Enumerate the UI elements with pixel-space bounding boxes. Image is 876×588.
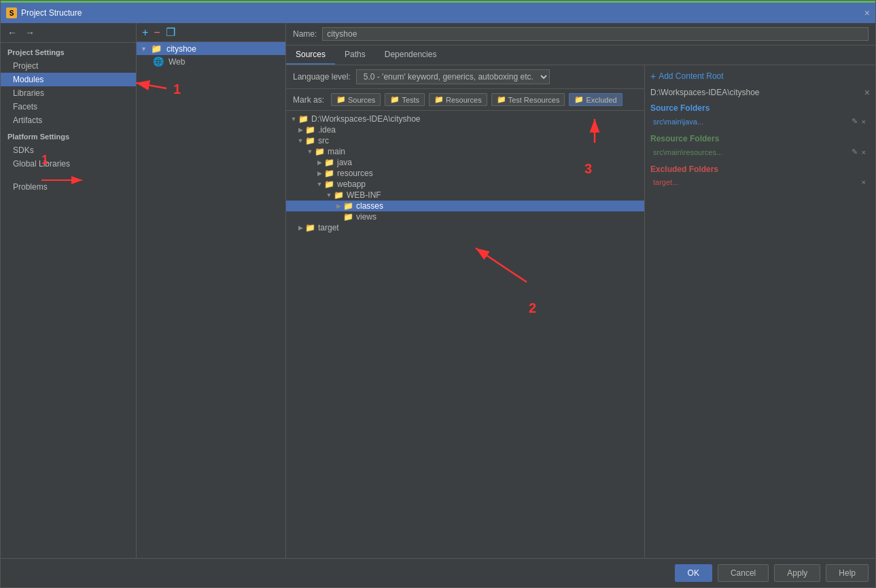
sidebar-item-libraries[interactable]: Libraries xyxy=(1,86,136,100)
resources-folder-icon-tree: 📁 xyxy=(324,169,334,178)
resource-edit-btn[interactable]: ✎ xyxy=(850,148,859,156)
bottom-bar: OK Cancel Apply Help xyxy=(1,558,875,587)
name-input[interactable] xyxy=(322,27,869,41)
name-label: Name: xyxy=(293,29,317,39)
sources-tab-content: Language level: 5.0 - 'enum' keyword, ge… xyxy=(286,65,875,558)
excluded-folder-path-1: target... xyxy=(653,178,678,186)
tree-node-views[interactable]: 📁 views xyxy=(286,211,644,222)
source-folder-entry-1: src\main\java... ✎ × xyxy=(650,116,870,127)
mark-as-bar: Mark as: 📁 Sources 📁 Tests 📁 Resources xyxy=(286,89,644,111)
expand-src: ▼ xyxy=(296,137,305,144)
main-folder-icon: 📁 xyxy=(315,147,325,156)
sidebar: ← → Project Settings Project Modules Lib… xyxy=(1,23,137,558)
add-module-button[interactable]: + xyxy=(141,27,150,39)
platform-settings-heading: Platform Settings xyxy=(1,127,136,143)
resource-remove-btn[interactable]: × xyxy=(860,148,867,156)
src-folder-icon: 📁 xyxy=(305,136,315,145)
mark-as-label: Mark as: xyxy=(293,95,324,105)
language-level-bar: Language level: 5.0 - 'enum' keyword, ge… xyxy=(286,65,644,89)
back-button[interactable]: ← xyxy=(5,26,20,39)
annotation-num-1: 1 xyxy=(41,153,48,167)
content-root-panel: + Add Content Root D:\Workspaces-IDEA\ci… xyxy=(644,65,875,558)
tree-node-classes[interactable]: ▶ 📁 classes xyxy=(286,201,644,211)
tree-node-resources[interactable]: ▶ 📁 resources xyxy=(286,168,644,179)
apply-button[interactable]: Apply xyxy=(774,564,820,582)
excluded-remove-btn[interactable]: × xyxy=(860,178,867,186)
title-bar-left: S Project Structure xyxy=(6,7,82,18)
help-button[interactable]: Help xyxy=(826,564,869,582)
module-item-cityshoe[interactable]: ▼ 📁 cityshoe xyxy=(137,42,285,55)
right-content: Name: Sources Paths Dependencies Languag… xyxy=(286,23,875,558)
resource-folder-entry-1: src\main\resources... ✎ × xyxy=(650,146,870,158)
excluded-folder-icon: 📁 xyxy=(574,95,584,104)
module-item-web[interactable]: 🌐 Web xyxy=(137,55,285,68)
idea-folder-icon: 📁 xyxy=(305,125,315,135)
mark-tests-button[interactable]: 📁 Tests xyxy=(385,93,425,106)
plus-icon: + xyxy=(650,71,656,82)
cancel-button[interactable]: Cancel xyxy=(718,564,769,582)
dialog-title: Project Structure xyxy=(21,8,82,18)
excluded-folder-actions-1: × xyxy=(860,178,867,186)
expand-webapp: ▼ xyxy=(315,181,324,188)
expand-main: ▼ xyxy=(305,148,315,155)
content-root-path-bar: D:\Workspaces-IDEA\cityshoe × xyxy=(650,87,870,98)
source-remove-btn[interactable]: × xyxy=(860,117,867,126)
root-path-text: D:\Workspaces-IDEA\cityshoe xyxy=(650,88,760,97)
sidebar-item-sdks[interactable]: SDKs xyxy=(1,143,136,157)
copy-module-button[interactable]: ❐ xyxy=(164,26,177,39)
expand-idea: ▶ xyxy=(296,126,305,133)
mark-excluded-button[interactable]: 📁 Excluded xyxy=(569,93,622,106)
name-bar: Name: xyxy=(286,23,875,46)
expand-classes: ▶ xyxy=(334,203,343,209)
views-folder-icon: 📁 xyxy=(343,212,353,222)
mark-resources-button[interactable]: 📁 Resources xyxy=(429,93,487,106)
project-settings-heading: Project Settings xyxy=(1,43,136,59)
mark-sources-button[interactable]: 📁 Sources xyxy=(331,93,381,106)
tree-node-webinf[interactable]: ▼ 📁 WEB-INF xyxy=(286,190,644,201)
sidebar-item-artifacts[interactable]: Artifacts xyxy=(1,114,136,127)
remove-module-button[interactable]: − xyxy=(152,27,161,39)
forward-button[interactable]: → xyxy=(22,26,37,39)
sources-folder-icon: 📁 xyxy=(336,95,346,104)
classes-folder-icon: 📁 xyxy=(343,201,353,211)
app-icon: S xyxy=(6,7,17,18)
root-path-close-btn[interactable]: × xyxy=(864,87,870,98)
tree-node-java[interactable]: ▶ 📁 java xyxy=(286,157,644,168)
tree-node-target[interactable]: ▶ 📁 target xyxy=(286,222,644,233)
source-folder-actions-1: ✎ × xyxy=(850,117,867,126)
close-button[interactable]: × xyxy=(864,7,870,18)
sidebar-item-project[interactable]: Project xyxy=(1,59,136,73)
language-level-select[interactable]: 5.0 - 'enum' keyword, generics, autoboxi… xyxy=(356,69,550,84)
mark-test-resources-button[interactable]: 📁 Test Resources xyxy=(491,93,565,106)
java-folder-icon: 📁 xyxy=(324,158,334,167)
source-folders-title: Source Folders xyxy=(650,103,870,113)
module-tree-toolbar: + − ❐ xyxy=(137,23,285,42)
tab-bar: Sources Paths Dependencies xyxy=(286,46,875,65)
target-folder-icon: 📁 xyxy=(305,223,315,232)
tree-node-main[interactable]: ▼ 📁 main xyxy=(286,146,644,157)
source-edit-btn[interactable]: ✎ xyxy=(850,117,859,126)
webapp-folder-icon: 📁 xyxy=(324,179,334,189)
testres-folder-icon: 📁 xyxy=(497,95,506,104)
sidebar-item-modules[interactable]: Modules xyxy=(1,73,136,86)
root-folder-icon: 📁 xyxy=(298,114,309,124)
sources-main: Language level: 5.0 - 'enum' keyword, ge… xyxy=(286,65,644,558)
tab-sources[interactable]: Sources xyxy=(286,46,335,65)
add-content-root-btn[interactable]: + Add Content Root xyxy=(650,71,870,82)
tree-node-webapp[interactable]: ▼ 📁 webapp xyxy=(286,179,644,190)
sidebar-nav-buttons: ← → xyxy=(1,23,136,43)
excluded-folders-title: Excluded Folders xyxy=(650,165,870,174)
expand-root: ▼ xyxy=(289,116,298,122)
tree-node-root[interactable]: ▼ 📁 D:\Workspaces-IDEA\cityshoe xyxy=(286,114,644,124)
tree-node-src[interactable]: ▼ 📁 src xyxy=(286,135,644,146)
webinf-folder-icon: 📁 xyxy=(334,190,344,200)
folder-icon-cityshoe: 📁 xyxy=(151,44,162,54)
source-folder-path-1: src\main\java... xyxy=(653,118,703,126)
tab-paths[interactable]: Paths xyxy=(335,46,375,65)
sidebar-item-facets[interactable]: Facets xyxy=(1,100,136,114)
tree-node-idea[interactable]: ▶ 📁 .idea xyxy=(286,124,644,135)
project-structure-dialog: S Project Structure × ← → Project Settin… xyxy=(0,0,876,588)
tab-dependencies[interactable]: Dependencies xyxy=(375,46,446,65)
ok-button[interactable]: OK xyxy=(675,564,712,582)
folder-tree[interactable]: ▼ 📁 D:\Workspaces-IDEA\cityshoe ▶ 📁 .ide… xyxy=(286,111,644,558)
